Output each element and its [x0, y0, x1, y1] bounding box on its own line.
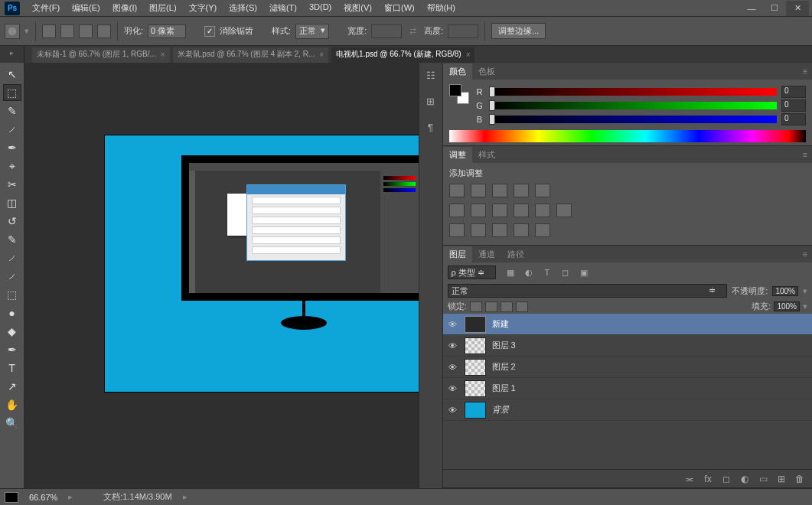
tool-0[interactable]: ↖	[3, 66, 21, 83]
lock-transparent-icon[interactable]	[470, 301, 482, 312]
brightness-adj-icon[interactable]	[449, 184, 465, 197]
curves-adj-icon[interactable]	[492, 184, 507, 197]
tool-14[interactable]: ◆	[3, 323, 21, 340]
menu-3D(D)[interactable]: 3D(D)	[303, 2, 338, 14]
g-value[interactable]: 0	[781, 99, 806, 112]
status-fg-swatch[interactable]	[5, 492, 18, 503]
canvas-area[interactable]	[24, 63, 419, 488]
lock-pixels-icon[interactable]	[485, 301, 497, 312]
tool-6[interactable]: ✂	[3, 176, 21, 193]
exposure-adj-icon[interactable]	[514, 184, 529, 197]
invert-adj-icon[interactable]	[449, 223, 465, 237]
docinfo-dropdown-icon[interactable]: ▸	[183, 492, 188, 502]
antialias-checkbox[interactable]: ✓	[204, 26, 215, 37]
hue-adj-icon[interactable]	[449, 204, 465, 217]
doc-tab[interactable]: 未标题-1 @ 66.7% (图层 1, RGB/...×	[32, 47, 170, 63]
intersect-selection-icon[interactable]	[97, 24, 111, 38]
add-selection-icon[interactable]	[60, 24, 74, 38]
tool-5[interactable]: ⌖	[3, 158, 21, 174]
tool-19[interactable]: 🔍	[3, 415, 21, 432]
menu-滤镜(T)[interactable]: 滤镜(T)	[263, 2, 303, 14]
tool-10[interactable]: ⟋	[3, 249, 21, 266]
tool-16[interactable]: T	[3, 360, 21, 376]
tab-swatches[interactable]: 色板	[472, 64, 501, 80]
layers-panel-menu[interactable]: ≡	[798, 249, 812, 259]
colorbalance-adj-icon[interactable]	[471, 204, 486, 217]
layer-row[interactable]: 👁图层 2	[443, 357, 813, 378]
photofilter-adj-icon[interactable]	[514, 204, 529, 217]
subtract-selection-icon[interactable]	[79, 24, 93, 38]
layer-name[interactable]: 背景	[492, 404, 509, 415]
tool-13[interactable]: ●	[3, 305, 21, 321]
style-select[interactable]: 正常 ▾	[295, 24, 329, 39]
gradientmap-adj-icon[interactable]	[514, 223, 529, 237]
b-value[interactable]: 0	[781, 113, 806, 125]
layer-thumbnail[interactable]	[465, 337, 486, 354]
adj-panel-menu[interactable]: ≡	[798, 150, 812, 159]
filter-adjust-icon[interactable]: ◐	[522, 266, 536, 279]
filter-type-icon[interactable]: T	[540, 266, 554, 279]
feather-input[interactable]	[148, 24, 186, 38]
menu-文件(F)[interactable]: 文件(F)	[26, 2, 66, 14]
layer-row[interactable]: 👁图层 1	[443, 378, 813, 399]
tool-1[interactable]: ⬚	[3, 84, 21, 101]
colorlookup-adj-icon[interactable]	[556, 204, 572, 217]
layer-name[interactable]: 图层 2	[492, 361, 516, 373]
marquee-tool-preset[interactable]	[5, 24, 20, 39]
layer-thumbnail[interactable]	[465, 316, 486, 333]
fill-value[interactable]: 100%	[774, 301, 800, 311]
lock-position-icon[interactable]	[501, 301, 513, 312]
close-tab-icon[interactable]: ×	[466, 50, 471, 59]
close-tab-icon[interactable]: ×	[161, 50, 165, 59]
bw-adj-icon[interactable]	[492, 204, 507, 217]
tab-adjustments[interactable]: 调整	[443, 147, 472, 163]
link-layers-icon[interactable]: ⫘	[683, 474, 696, 484]
lock-all-icon[interactable]	[516, 301, 528, 312]
zoom-value[interactable]: 66.67%	[26, 493, 60, 502]
filter-pixel-icon[interactable]: ▦	[504, 266, 517, 279]
maximize-button[interactable]: ☐	[763, 1, 786, 16]
tool-8[interactable]: ↺	[3, 213, 21, 230]
menu-图层(L)[interactable]: 图层(L)	[143, 2, 182, 14]
tool-3[interactable]: ⟋	[3, 121, 21, 138]
close-tab-icon[interactable]: ×	[319, 50, 324, 59]
tool-12[interactable]: ⬚	[3, 286, 21, 303]
layer-visibility-icon[interactable]: 👁	[448, 319, 458, 330]
vibrance-adj-icon[interactable]	[535, 184, 550, 197]
selective-adj-icon[interactable]	[535, 223, 550, 237]
filter-smart-icon[interactable]: ▣	[577, 266, 591, 279]
tab-layers[interactable]: 图层	[443, 246, 472, 262]
layer-mask-icon[interactable]: ◻	[720, 474, 732, 484]
layer-thumbnail[interactable]	[465, 359, 486, 376]
layer-visibility-icon[interactable]: 👁	[448, 405, 458, 415]
tool-7[interactable]: ◫	[3, 194, 21, 211]
layer-visibility-icon[interactable]: 👁	[448, 340, 458, 351]
menu-窗口(W)[interactable]: 窗口(W)	[378, 2, 421, 14]
doc-info[interactable]: 文档:1.14M/3.90M	[103, 491, 171, 503]
delete-layer-icon[interactable]: 🗑	[794, 474, 806, 484]
menu-选择(S)[interactable]: 选择(S)	[223, 2, 263, 14]
opacity-value[interactable]: 100%	[772, 286, 798, 296]
layer-row[interactable]: 👁新建	[443, 314, 813, 335]
fg-bg-swatch[interactable]	[449, 84, 469, 104]
menu-编辑(E)[interactable]: 编辑(E)	[66, 2, 106, 14]
history-panel-icon[interactable]: ☷	[423, 67, 439, 83]
r-value[interactable]: 0	[781, 86, 806, 98]
refine-edge-button[interactable]: 调整边缘...	[491, 23, 546, 39]
layer-thumbnail[interactable]	[465, 380, 486, 397]
blend-mode-select[interactable]: 正常 ≑	[448, 284, 728, 298]
filter-shape-icon[interactable]: ◻	[559, 266, 572, 279]
channelmixer-adj-icon[interactable]	[535, 204, 550, 217]
menu-图像(I)[interactable]: 图像(I)	[106, 2, 143, 14]
layer-name[interactable]: 图层 1	[492, 383, 516, 394]
r-slider[interactable]	[489, 88, 778, 96]
tool-2[interactable]: ✎	[3, 103, 21, 119]
levels-adj-icon[interactable]	[471, 184, 486, 197]
layer-row[interactable]: 👁图层 3	[443, 335, 813, 357]
layer-visibility-icon[interactable]: 👁	[448, 362, 458, 373]
tab-styles[interactable]: 样式	[472, 147, 501, 163]
menu-视图(V)[interactable]: 视图(V)	[338, 2, 378, 14]
tool-17[interactable]: ↗	[3, 378, 21, 395]
color-spectrum[interactable]	[449, 130, 807, 142]
threshold-adj-icon[interactable]	[492, 223, 507, 237]
